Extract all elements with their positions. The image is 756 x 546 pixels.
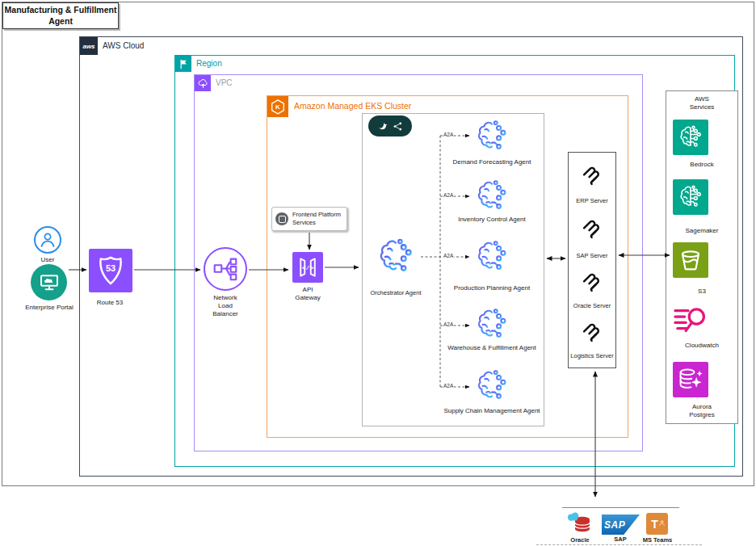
inventory-control-agent-label: Inventory Control Agent: [427, 216, 556, 224]
inventory-control-agent-icon: [473, 178, 510, 215]
s3-icon: [673, 242, 708, 278]
demand-forecasting-agent-icon: [473, 118, 510, 155]
sap-server-label: SAP Server: [569, 252, 615, 259]
monitor-cloud-icon: [37, 271, 61, 295]
erp-server-label: ERP Server: [569, 197, 615, 204]
cloudwatch-icon: [673, 303, 708, 335]
diagram-title-box: Manufacturing & Fulfillment Agent: [2, 2, 119, 29]
diagram-title: Manufacturing & Fulfillment Agent: [3, 5, 118, 27]
vpc-icon: [195, 75, 211, 91]
diagram-canvas: Manufacturing & Fulfillment Agent aws AW…: [0, 0, 756, 546]
aws-logo-text: aws: [82, 43, 94, 50]
ms-teams-icon: T: [646, 513, 668, 535]
a2a-label-supply: A2A: [443, 384, 454, 389]
region-icon: [175, 56, 191, 72]
oracle-db-icon: [565, 511, 595, 536]
share-icon: [393, 121, 403, 132]
vpc-label: VPC: [216, 78, 233, 87]
orchestrator-agent-icon: [375, 236, 417, 278]
external-group-dashline: [536, 544, 702, 545]
route53-icon: 53: [89, 249, 132, 292]
api-gateway-icon: </>: [292, 252, 323, 283]
nlb-icon: [204, 247, 247, 291]
supply-chain-agent-icon: [473, 368, 510, 405]
logistics-server-icon: [581, 321, 603, 344]
api-gateway-label: API Gateway: [292, 286, 323, 302]
api-gateway-glyph: </>: [302, 264, 313, 271]
warehouse-fulfillment-agent-icon: [473, 306, 510, 343]
ms-teams-label: MS Teams: [637, 536, 678, 544]
production-planning-agent-label: Production Planning Agent: [427, 284, 556, 292]
cloudwatch-label: Cloudwatch: [666, 342, 738, 350]
nlb-label: Network Load Balancer: [208, 294, 243, 318]
aws-services-title: AWS Services: [684, 95, 720, 111]
oracle-label: Oracle: [565, 536, 595, 544]
warehouse-fulfillment-agent-label: Warehouse & Fulfillment Agent: [427, 344, 556, 352]
orchestrator-agent-label: Orchestrator Agent: [353, 289, 439, 296]
ms-teams-letter: T: [651, 518, 658, 531]
eks-label: Amazon Managed EKS Cluster: [294, 101, 411, 111]
a2a-label-production: A2A: [443, 254, 454, 259]
external-group-topline: [562, 507, 679, 508]
erp-server-icon: [581, 165, 603, 187]
eks-k-letter: K: [275, 103, 280, 111]
eks-icon: K: [267, 96, 288, 117]
sap-label: SAP: [604, 536, 636, 543]
sagemaker-label: Sagemaker: [666, 227, 738, 235]
user-icon: [34, 226, 61, 254]
sagemaker-icon: [673, 179, 708, 215]
s3-label: S3: [666, 288, 738, 296]
kagent-badge: [368, 116, 412, 136]
sap-logo-text: SAP: [602, 519, 625, 531]
enterprise-portal-icon: [31, 264, 67, 300]
oracle-server-label: Oracle Server: [569, 302, 615, 309]
aws-cloud-icon: aws: [80, 37, 98, 55]
route53-label: Route 53: [78, 299, 142, 307]
region-label: Region: [196, 59, 222, 68]
route53-number: 53: [106, 263, 116, 273]
demand-forecasting-agent-label: Demand Forecasting Agent: [427, 158, 556, 166]
bird-icon: [377, 120, 390, 132]
frontend-services-box: Frontend Platform Services: [271, 207, 347, 231]
production-planning-agent-icon: [473, 238, 510, 275]
aws-cloud-label: AWS Cloud: [103, 41, 144, 50]
a2a-label-demand: A2A: [443, 132, 454, 138]
sap-server-icon: [581, 218, 603, 241]
frontend-services-label: Frontend Platform Services: [292, 211, 343, 227]
logistics-server-label: Logistics Server: [568, 352, 616, 359]
enterprise-portal-label: Enterprise Portal: [15, 304, 84, 312]
bedrock-label: Bedrock: [666, 161, 738, 169]
aurora-postgres-icon: [673, 362, 708, 397]
aurora-postgres-label: Aurora Postgres: [682, 403, 722, 419]
frontend-services-icon: [275, 212, 288, 225]
a2a-label-warehouse: A2A: [443, 322, 454, 328]
sap-logo: SAP: [602, 514, 640, 535]
bedrock-icon: [673, 120, 708, 155]
supply-chain-agent-label: Supply Chain Management Agent: [427, 407, 556, 415]
a2a-label-inventory: A2A: [443, 193, 454, 199]
oracle-server-icon: [581, 271, 603, 294]
user-label: User: [23, 256, 72, 264]
